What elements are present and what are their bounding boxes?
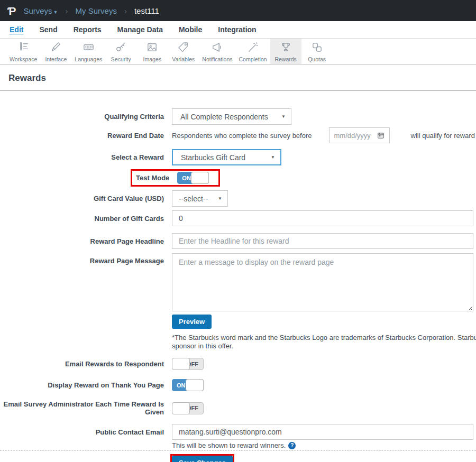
display-reward-toggle[interactable]: ON xyxy=(172,379,204,391)
gift-card-value-row: Gift Card Value (USD) --select-- ▼ xyxy=(0,190,476,207)
section-divider-dashed xyxy=(0,450,476,451)
breadcrumb-separator-icon: › xyxy=(124,6,127,15)
tab-reports[interactable]: Reports xyxy=(74,25,102,34)
toolbar-item-images[interactable]: Images xyxy=(136,39,168,64)
survey-nav-tabs: Edit Send Reports Manage Data Mobile Int… xyxy=(0,21,476,39)
gift-card-value-label: Gift Card Value (USD) xyxy=(0,195,164,202)
page-title: Rewards xyxy=(8,73,476,84)
help-icon[interactable]: ? xyxy=(288,442,296,449)
security-icon xyxy=(115,41,127,53)
end-date-suffix-text: will qualify for reward xyxy=(411,132,475,140)
qualifying-criteria-select[interactable]: All Complete Respondents ▼ xyxy=(172,108,291,125)
reward-page-message-textarea[interactable] xyxy=(172,253,473,311)
breadcrumb-surveys[interactable]: Surveys▼ xyxy=(23,6,58,15)
breadcrumb-separator-icon: › xyxy=(66,6,68,15)
select-reward-select[interactable]: Starbucks Gift Card ▼ xyxy=(172,149,281,165)
toggle-knob xyxy=(172,402,190,414)
email-admin-row: Email Survey Administrator Each Time Rew… xyxy=(0,400,476,416)
toolbar-item-rewards[interactable]: Rewards xyxy=(270,39,301,64)
reward-page-headline-label: Reward Page Headline xyxy=(0,237,164,245)
contact-email-helper: This will be shown to reward winners. ? xyxy=(172,441,476,449)
public-contact-email-label: Public Contact Email xyxy=(0,428,164,436)
test-mode-row: Test Mode ON xyxy=(131,169,476,187)
questionpro-logo-icon: Ƥ xyxy=(7,5,16,16)
interface-icon xyxy=(50,41,62,53)
reward-page-headline-row: Reward Page Headline xyxy=(0,233,476,249)
qualifying-criteria-label: Qualifying Criteria xyxy=(0,113,164,121)
reward-page-message-label: Reward Page Message xyxy=(0,253,164,265)
languages-icon xyxy=(83,41,95,53)
select-reward-row: Select a Reward Starbucks Gift Card ▼ xyxy=(0,149,476,165)
save-row: Save Changes xyxy=(170,454,476,462)
toolbar-item-security[interactable]: Security xyxy=(105,39,136,64)
display-reward-label: Display Reward on Thank You Page xyxy=(0,381,164,389)
caret-down-icon: ▼ xyxy=(271,155,275,160)
reward-page-message-row: Reward Page Message xyxy=(0,253,476,311)
test-mode-label: Test Mode xyxy=(136,174,169,182)
quotas-icon xyxy=(311,41,323,53)
email-rewards-row: Email Rewards to Respondent OFF xyxy=(0,358,476,370)
workspace-icon xyxy=(17,41,30,53)
toolbar-item-workspace[interactable]: Workspace xyxy=(6,39,40,64)
rewards-icon xyxy=(280,41,292,53)
number-of-gift-cards-row: Number of Gift Cards xyxy=(0,210,476,226)
reward-end-date-row: Reward End Date Respondents who complete… xyxy=(0,127,476,143)
tab-mobile[interactable]: Mobile xyxy=(179,25,202,34)
starbucks-disclaimer: *The Starbucks word mark and the Starbuc… xyxy=(172,334,476,350)
rewards-form: Qualifying Criteria All Complete Respond… xyxy=(0,90,476,462)
toggle-knob xyxy=(191,172,209,184)
qualifying-criteria-row: Qualifying Criteria All Complete Respond… xyxy=(0,108,476,125)
save-changes-button[interactable]: Save Changes xyxy=(172,456,233,462)
number-of-gift-cards-input[interactable] xyxy=(172,210,473,226)
preview-button[interactable]: Preview xyxy=(172,315,212,329)
toolbar-item-completion[interactable]: Completion xyxy=(236,39,270,64)
public-contact-email-input[interactable] xyxy=(172,424,473,440)
tab-edit[interactable]: Edit xyxy=(10,25,23,34)
email-admin-toggle[interactable]: OFF xyxy=(172,402,204,414)
toolbar-item-languages[interactable]: Languages xyxy=(71,39,105,64)
toolbar-item-variables[interactable]: Variables xyxy=(168,39,199,64)
toggle-knob xyxy=(186,379,204,391)
tab-integration[interactable]: Integration xyxy=(218,25,256,34)
reward-end-date-label: Reward End Date xyxy=(0,132,164,140)
images-icon xyxy=(146,41,158,53)
display-reward-row: Display Reward on Thank You Page ON xyxy=(0,379,476,391)
breadcrumb-current-survey: test111 xyxy=(134,6,159,15)
completion-icon xyxy=(247,41,259,53)
variables-icon xyxy=(177,41,189,53)
toolbar-item-notifications[interactable]: Notifications xyxy=(199,39,235,64)
edit-toolbar: Workspace Interface Languages Security I… xyxy=(0,39,476,64)
app-header: Ƥ Surveys▼ › My Surveys › test111 xyxy=(0,0,476,21)
preview-row: Preview xyxy=(172,315,476,329)
email-rewards-toggle[interactable]: OFF xyxy=(172,358,204,370)
caret-down-icon: ▼ xyxy=(218,196,222,201)
select-reward-label: Select a Reward xyxy=(0,153,164,161)
test-mode-toggle[interactable]: ON xyxy=(177,172,209,184)
public-contact-email-row: Public Contact Email xyxy=(0,424,476,440)
breadcrumb-my-surveys[interactable]: My Surveys xyxy=(76,6,117,15)
notifications-icon xyxy=(211,41,223,53)
calendar-icon xyxy=(377,132,385,139)
date-field[interactable] xyxy=(334,128,372,142)
toolbar-item-interface[interactable]: Interface xyxy=(40,39,71,64)
test-mode-annotation-box: Test Mode ON xyxy=(131,169,220,187)
gift-card-value-select[interactable]: --select-- ▼ xyxy=(172,190,228,207)
reward-page-headline-input[interactable] xyxy=(172,233,473,249)
tab-send[interactable]: Send xyxy=(39,25,57,34)
tab-manage-data[interactable]: Manage Data xyxy=(117,25,163,34)
email-rewards-label: Email Rewards to Respondent xyxy=(0,360,164,368)
number-of-gift-cards-label: Number of Gift Cards xyxy=(0,215,164,223)
caret-down-icon: ▼ xyxy=(281,114,286,119)
caret-down-icon: ▼ xyxy=(53,10,58,15)
end-date-prefix-text: Respondents who complete the survey befo… xyxy=(172,132,312,140)
email-admin-label: Email Survey Administrator Each Time Rew… xyxy=(0,400,164,416)
toggle-knob xyxy=(172,358,190,370)
toolbar-item-quotas[interactable]: Quotas xyxy=(301,39,333,64)
save-annotation-box: Save Changes xyxy=(170,454,234,462)
reward-end-date-input[interactable] xyxy=(329,127,390,143)
